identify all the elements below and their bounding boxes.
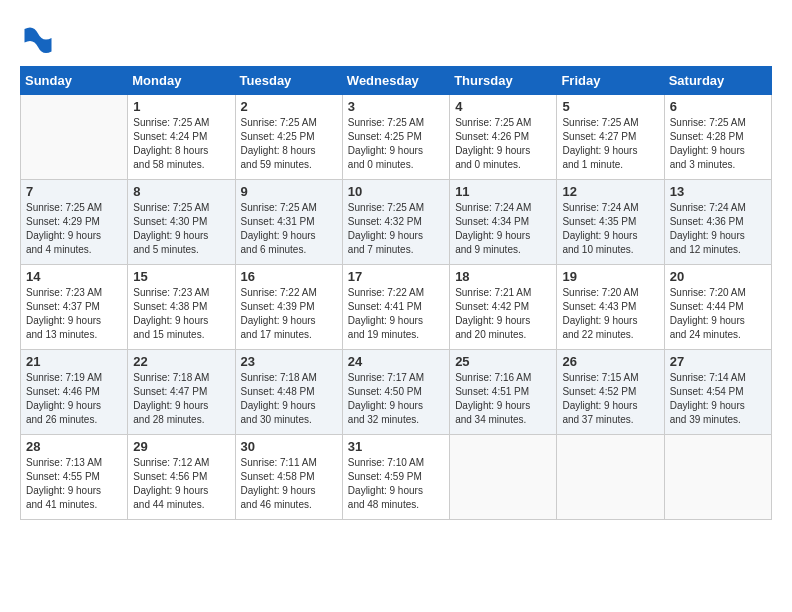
calendar-cell: 28Sunrise: 7:13 AM Sunset: 4:55 PM Dayli… xyxy=(21,435,128,520)
calendar-cell: 9Sunrise: 7:25 AM Sunset: 4:31 PM Daylig… xyxy=(235,180,342,265)
day-info: Sunrise: 7:25 AM Sunset: 4:25 PM Dayligh… xyxy=(241,116,337,172)
day-header-tuesday: Tuesday xyxy=(235,67,342,95)
day-info: Sunrise: 7:25 AM Sunset: 4:24 PM Dayligh… xyxy=(133,116,229,172)
calendar: SundayMondayTuesdayWednesdayThursdayFrid… xyxy=(20,66,772,520)
day-header-wednesday: Wednesday xyxy=(342,67,449,95)
day-info: Sunrise: 7:15 AM Sunset: 4:52 PM Dayligh… xyxy=(562,371,658,427)
day-number: 21 xyxy=(26,354,122,369)
day-info: Sunrise: 7:13 AM Sunset: 4:55 PM Dayligh… xyxy=(26,456,122,512)
calendar-cell: 23Sunrise: 7:18 AM Sunset: 4:48 PM Dayli… xyxy=(235,350,342,435)
day-number: 19 xyxy=(562,269,658,284)
day-number: 17 xyxy=(348,269,444,284)
calendar-cell: 30Sunrise: 7:11 AM Sunset: 4:58 PM Dayli… xyxy=(235,435,342,520)
day-info: Sunrise: 7:10 AM Sunset: 4:59 PM Dayligh… xyxy=(348,456,444,512)
day-number: 22 xyxy=(133,354,229,369)
day-info: Sunrise: 7:25 AM Sunset: 4:25 PM Dayligh… xyxy=(348,116,444,172)
day-header-thursday: Thursday xyxy=(450,67,557,95)
day-info: Sunrise: 7:25 AM Sunset: 4:26 PM Dayligh… xyxy=(455,116,551,172)
day-number: 7 xyxy=(26,184,122,199)
day-info: Sunrise: 7:18 AM Sunset: 4:47 PM Dayligh… xyxy=(133,371,229,427)
day-number: 2 xyxy=(241,99,337,114)
day-info: Sunrise: 7:12 AM Sunset: 4:56 PM Dayligh… xyxy=(133,456,229,512)
day-info: Sunrise: 7:18 AM Sunset: 4:48 PM Dayligh… xyxy=(241,371,337,427)
logo xyxy=(20,20,60,56)
week-row-1: 1Sunrise: 7:25 AM Sunset: 4:24 PM Daylig… xyxy=(21,95,772,180)
logo-icon xyxy=(20,20,56,56)
calendar-cell: 17Sunrise: 7:22 AM Sunset: 4:41 PM Dayli… xyxy=(342,265,449,350)
calendar-cell: 4Sunrise: 7:25 AM Sunset: 4:26 PM Daylig… xyxy=(450,95,557,180)
day-info: Sunrise: 7:14 AM Sunset: 4:54 PM Dayligh… xyxy=(670,371,766,427)
calendar-cell: 11Sunrise: 7:24 AM Sunset: 4:34 PM Dayli… xyxy=(450,180,557,265)
calendar-cell xyxy=(21,95,128,180)
calendar-cell: 29Sunrise: 7:12 AM Sunset: 4:56 PM Dayli… xyxy=(128,435,235,520)
calendar-cell: 14Sunrise: 7:23 AM Sunset: 4:37 PM Dayli… xyxy=(21,265,128,350)
day-info: Sunrise: 7:21 AM Sunset: 4:42 PM Dayligh… xyxy=(455,286,551,342)
day-header-saturday: Saturday xyxy=(664,67,771,95)
day-info: Sunrise: 7:24 AM Sunset: 4:34 PM Dayligh… xyxy=(455,201,551,257)
day-info: Sunrise: 7:25 AM Sunset: 4:30 PM Dayligh… xyxy=(133,201,229,257)
calendar-cell: 22Sunrise: 7:18 AM Sunset: 4:47 PM Dayli… xyxy=(128,350,235,435)
day-number: 11 xyxy=(455,184,551,199)
day-number: 9 xyxy=(241,184,337,199)
day-info: Sunrise: 7:11 AM Sunset: 4:58 PM Dayligh… xyxy=(241,456,337,512)
calendar-cell: 6Sunrise: 7:25 AM Sunset: 4:28 PM Daylig… xyxy=(664,95,771,180)
calendar-cell: 21Sunrise: 7:19 AM Sunset: 4:46 PM Dayli… xyxy=(21,350,128,435)
calendar-cell: 18Sunrise: 7:21 AM Sunset: 4:42 PM Dayli… xyxy=(450,265,557,350)
day-info: Sunrise: 7:16 AM Sunset: 4:51 PM Dayligh… xyxy=(455,371,551,427)
week-row-4: 21Sunrise: 7:19 AM Sunset: 4:46 PM Dayli… xyxy=(21,350,772,435)
week-row-3: 14Sunrise: 7:23 AM Sunset: 4:37 PM Dayli… xyxy=(21,265,772,350)
week-row-5: 28Sunrise: 7:13 AM Sunset: 4:55 PM Dayli… xyxy=(21,435,772,520)
day-number: 31 xyxy=(348,439,444,454)
calendar-cell: 25Sunrise: 7:16 AM Sunset: 4:51 PM Dayli… xyxy=(450,350,557,435)
day-info: Sunrise: 7:25 AM Sunset: 4:29 PM Dayligh… xyxy=(26,201,122,257)
day-info: Sunrise: 7:23 AM Sunset: 4:37 PM Dayligh… xyxy=(26,286,122,342)
calendar-cell: 13Sunrise: 7:24 AM Sunset: 4:36 PM Dayli… xyxy=(664,180,771,265)
day-info: Sunrise: 7:23 AM Sunset: 4:38 PM Dayligh… xyxy=(133,286,229,342)
day-info: Sunrise: 7:20 AM Sunset: 4:44 PM Dayligh… xyxy=(670,286,766,342)
calendar-cell xyxy=(664,435,771,520)
day-info: Sunrise: 7:22 AM Sunset: 4:39 PM Dayligh… xyxy=(241,286,337,342)
calendar-cell: 12Sunrise: 7:24 AM Sunset: 4:35 PM Dayli… xyxy=(557,180,664,265)
day-number: 23 xyxy=(241,354,337,369)
calendar-cell: 19Sunrise: 7:20 AM Sunset: 4:43 PM Dayli… xyxy=(557,265,664,350)
day-info: Sunrise: 7:25 AM Sunset: 4:31 PM Dayligh… xyxy=(241,201,337,257)
day-number: 24 xyxy=(348,354,444,369)
day-number: 5 xyxy=(562,99,658,114)
calendar-cell: 8Sunrise: 7:25 AM Sunset: 4:30 PM Daylig… xyxy=(128,180,235,265)
day-number: 27 xyxy=(670,354,766,369)
day-number: 12 xyxy=(562,184,658,199)
week-row-2: 7Sunrise: 7:25 AM Sunset: 4:29 PM Daylig… xyxy=(21,180,772,265)
calendar-cell: 20Sunrise: 7:20 AM Sunset: 4:44 PM Dayli… xyxy=(664,265,771,350)
day-number: 1 xyxy=(133,99,229,114)
page: SundayMondayTuesdayWednesdayThursdayFrid… xyxy=(0,0,792,612)
calendar-cell: 5Sunrise: 7:25 AM Sunset: 4:27 PM Daylig… xyxy=(557,95,664,180)
day-number: 8 xyxy=(133,184,229,199)
calendar-cell: 15Sunrise: 7:23 AM Sunset: 4:38 PM Dayli… xyxy=(128,265,235,350)
calendar-cell: 26Sunrise: 7:15 AM Sunset: 4:52 PM Dayli… xyxy=(557,350,664,435)
day-header-sunday: Sunday xyxy=(21,67,128,95)
day-number: 15 xyxy=(133,269,229,284)
day-number: 20 xyxy=(670,269,766,284)
day-number: 18 xyxy=(455,269,551,284)
day-info: Sunrise: 7:24 AM Sunset: 4:35 PM Dayligh… xyxy=(562,201,658,257)
day-number: 16 xyxy=(241,269,337,284)
day-number: 28 xyxy=(26,439,122,454)
day-info: Sunrise: 7:20 AM Sunset: 4:43 PM Dayligh… xyxy=(562,286,658,342)
calendar-cell: 2Sunrise: 7:25 AM Sunset: 4:25 PM Daylig… xyxy=(235,95,342,180)
calendar-cell: 7Sunrise: 7:25 AM Sunset: 4:29 PM Daylig… xyxy=(21,180,128,265)
calendar-cell xyxy=(557,435,664,520)
calendar-cell: 16Sunrise: 7:22 AM Sunset: 4:39 PM Dayli… xyxy=(235,265,342,350)
day-number: 6 xyxy=(670,99,766,114)
day-info: Sunrise: 7:17 AM Sunset: 4:50 PM Dayligh… xyxy=(348,371,444,427)
day-number: 29 xyxy=(133,439,229,454)
header xyxy=(20,20,772,56)
day-info: Sunrise: 7:25 AM Sunset: 4:28 PM Dayligh… xyxy=(670,116,766,172)
day-number: 25 xyxy=(455,354,551,369)
day-number: 10 xyxy=(348,184,444,199)
day-headers-row: SundayMondayTuesdayWednesdayThursdayFrid… xyxy=(21,67,772,95)
day-info: Sunrise: 7:19 AM Sunset: 4:46 PM Dayligh… xyxy=(26,371,122,427)
day-info: Sunrise: 7:22 AM Sunset: 4:41 PM Dayligh… xyxy=(348,286,444,342)
day-info: Sunrise: 7:25 AM Sunset: 4:27 PM Dayligh… xyxy=(562,116,658,172)
day-number: 3 xyxy=(348,99,444,114)
calendar-cell: 24Sunrise: 7:17 AM Sunset: 4:50 PM Dayli… xyxy=(342,350,449,435)
